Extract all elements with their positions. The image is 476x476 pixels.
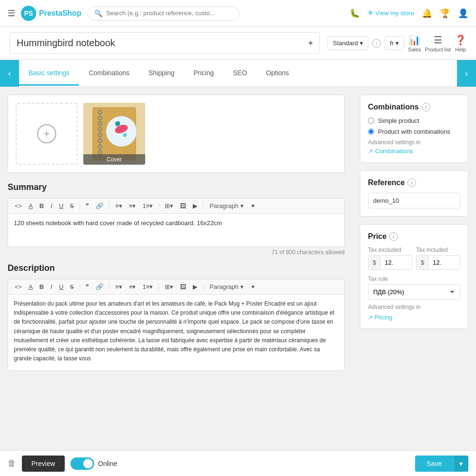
simple-product-label: Simple product — [378, 117, 419, 124]
online-switch[interactable]: ✓ — [70, 457, 94, 470]
link-btn[interactable]: 🔗 — [94, 201, 105, 210]
pricing-link-icon: ↗ — [368, 314, 373, 321]
help-btn[interactable]: ❓ Help — [455, 34, 466, 52]
online-toggle: ✓ Online — [70, 457, 117, 470]
product-list-btn[interactable]: ☰ Product list — [425, 34, 451, 52]
user-icon[interactable]: 👤 — [458, 8, 468, 19]
tax-included-input[interactable] — [429, 256, 460, 269]
desc-list-btn[interactable]: ≡▾ — [127, 282, 138, 291]
currency-symbol-excl: $ — [368, 256, 381, 269]
price-info-icon[interactable]: i — [389, 232, 398, 241]
simple-product-option[interactable]: Simple product — [368, 117, 460, 124]
save-btn[interactable]: Save — [415, 456, 453, 472]
with-combinations-radio[interactable] — [368, 129, 374, 135]
header-controls: Standard ▾ i fr ▾ 📊 Sales ☰ Product list… — [327, 34, 466, 52]
desc-image-btn[interactable]: 🖼 — [178, 282, 188, 291]
delete-btn[interactable]: 🗑 — [8, 458, 16, 468]
paragraph-btn[interactable]: Paragraph ▾ — [208, 201, 245, 210]
char-count: 71 of 800 characters allowed — [8, 249, 345, 256]
list-btn[interactable]: ≡▾ — [127, 201, 138, 210]
code-btn[interactable]: <> — [13, 201, 24, 210]
menu-icon[interactable]: ☰ — [8, 8, 15, 19]
quote-btn[interactable]: ❞ — [84, 201, 91, 210]
sales-label: Sales — [408, 47, 421, 52]
ai-icon[interactable]: ✦ — [307, 38, 314, 49]
underline-btn[interactable]: U — [57, 201, 65, 210]
align-btn[interactable]: ≡▾ — [113, 201, 124, 210]
tab-basic-settings[interactable]: Basic settings — [19, 61, 79, 86]
tab-prev-arrow[interactable]: ‹ — [0, 60, 19, 87]
type-info-icon[interactable]: i — [372, 39, 381, 48]
summary-toolbar: <> A B I U S̶ ❞ 🔗 ≡▾ ≡▾ 1≡▾ ⊞▾ 🖼 ▶ Parag… — [8, 198, 345, 214]
desc-paragraph-btn[interactable]: Paragraph ▾ — [208, 282, 245, 291]
combinations-link-label: Combinations — [375, 148, 413, 155]
search-bar[interactable]: 🔍 — [87, 6, 239, 20]
desc-quote-btn[interactable]: ❞ — [84, 282, 91, 291]
combinations-info-icon[interactable]: i — [422, 103, 430, 111]
desc-ai-btn[interactable]: ✦ — [248, 282, 258, 291]
reference-info-icon[interactable]: i — [407, 178, 416, 187]
tab-options[interactable]: Options — [257, 61, 298, 86]
sales-btn[interactable]: 📊 Sales — [408, 34, 421, 52]
with-combinations-option[interactable]: Product with combinations — [368, 128, 460, 135]
search-input[interactable] — [106, 10, 232, 17]
table-btn[interactable]: ⊞▾ — [163, 201, 175, 210]
desc-bold-btn[interactable]: B — [38, 282, 46, 291]
tab-pricing[interactable]: Pricing — [184, 61, 223, 86]
desc-code-btn[interactable]: <> — [13, 282, 24, 291]
desc-video-btn[interactable]: ▶ — [191, 282, 199, 291]
desc-font-btn[interactable]: A — [27, 282, 35, 291]
reference-input[interactable] — [368, 193, 460, 208]
tax-included-input-wrap: $ — [416, 255, 460, 270]
product-name-input[interactable] — [10, 32, 320, 54]
svg-point-13 — [115, 121, 120, 126]
description-content[interactable]: Présentation du pack ultime pour les ama… — [8, 295, 345, 371]
price-inputs-row: Tax excluded $ Tax included $ — [368, 247, 460, 270]
save-dropdown-btn[interactable]: ▾ — [453, 456, 468, 472]
bottom-bar: 🗑 Preview ✓ Online Save ▾ — [0, 450, 476, 476]
lang-arrow-icon: ▾ — [396, 40, 399, 47]
tab-seo[interactable]: SEO — [223, 61, 257, 86]
cover-label: Cover — [83, 154, 145, 165]
preview-btn[interactable]: Preview — [22, 456, 65, 472]
plus-icon: + — [37, 124, 56, 143]
tab-combinations[interactable]: Combinations — [79, 61, 139, 86]
tax-excluded-input[interactable] — [381, 256, 412, 269]
dropdown-arrow-icon: ▾ — [360, 40, 363, 47]
product-type-select[interactable]: Standard ▾ — [327, 36, 368, 50]
tab-shipping[interactable]: Shipping — [139, 61, 184, 86]
video-btn[interactable]: ▶ — [191, 201, 199, 210]
desc-ordered-list-btn[interactable]: 1≡▾ — [140, 282, 155, 291]
desc-table-btn[interactable]: ⊞▾ — [163, 282, 175, 291]
lang-select[interactable]: fr ▾ — [385, 36, 404, 50]
ordered-list-btn[interactable]: 1≡▾ — [140, 201, 155, 210]
simple-product-radio[interactable] — [368, 118, 374, 124]
pricing-link[interactable]: ↗ Pricing — [368, 314, 460, 321]
desc-underline-btn[interactable]: U — [57, 282, 65, 291]
left-panel: + — [0, 87, 352, 452]
summary-ai-btn[interactable]: ✦ — [248, 201, 258, 210]
image-btn[interactable]: 🖼 — [178, 201, 188, 210]
view-store-btn[interactable]: 👁 View my store — [367, 10, 414, 17]
bold-btn[interactable]: B — [38, 201, 46, 210]
lang-label: fr — [390, 40, 394, 47]
strikethrough-btn[interactable]: S̶ — [68, 201, 76, 210]
trophy-icon[interactable]: 🏆 — [440, 8, 450, 19]
italic-btn[interactable]: I — [49, 201, 54, 210]
price-advanced-label: Advanced settings in — [368, 304, 460, 310]
bar-chart-icon: 📊 — [408, 34, 420, 46]
desc-align-btn[interactable]: ≡▾ — [113, 282, 124, 291]
tax-rule-select[interactable]: ПДВ (20%) — [368, 284, 460, 300]
summary-content[interactable]: 120 sheets notebook with hard cover made… — [8, 214, 345, 247]
bell-icon[interactable]: 🔔 — [422, 8, 432, 19]
add-image-btn[interactable]: + — [16, 103, 78, 165]
description-text: Présentation du pack ultime pour les ama… — [14, 300, 334, 362]
combinations-link[interactable]: ↗ Combinations — [368, 148, 460, 155]
bug-icon[interactable]: 🐛 — [349, 8, 360, 19]
desc-link-btn[interactable]: 🔗 — [94, 282, 105, 291]
desc-strikethrough-btn[interactable]: S̶ — [68, 282, 76, 291]
desc-italic-btn[interactable]: I — [49, 282, 54, 291]
summary-section: Summary <> A B I U S̶ ❞ 🔗 ≡▾ ≡▾ 1≡▾ ⊞▾ 🖼… — [8, 182, 345, 256]
tab-next-arrow[interactable]: › — [457, 60, 476, 87]
font-btn[interactable]: A — [27, 201, 35, 210]
